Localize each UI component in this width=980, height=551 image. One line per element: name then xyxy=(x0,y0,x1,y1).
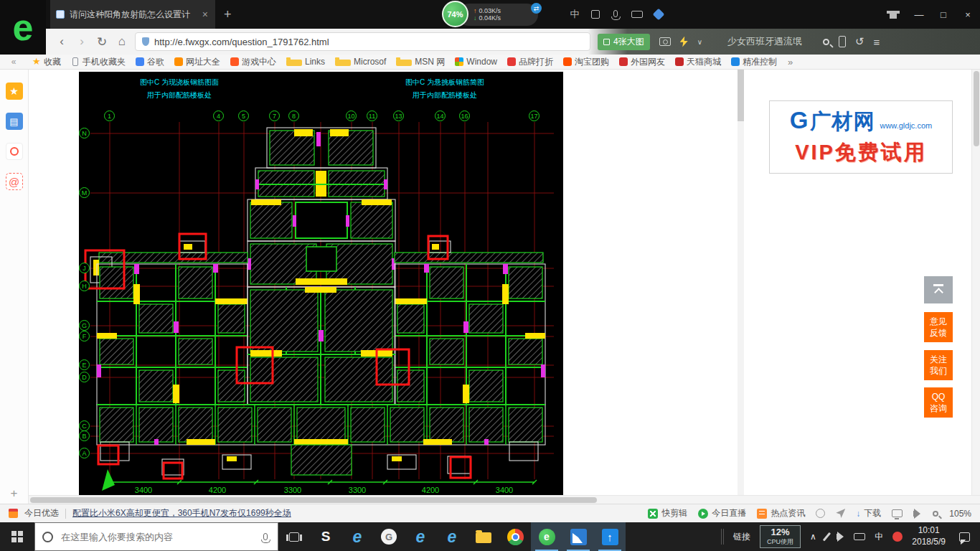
quick-clip-button[interactable]: 快剪辑 xyxy=(648,507,687,519)
cpu-usage-widget[interactable]: 12% CPU使用 xyxy=(760,525,801,547)
browser-tab[interactable]: 请问这种阳角放射筋怎么设置计 × xyxy=(50,0,215,29)
bookmark-item[interactable]: 收藏 xyxy=(27,55,66,69)
bookmark-item[interactable]: 谷歌 xyxy=(131,55,169,69)
mention-panel-icon[interactable]: @ xyxy=(6,173,23,190)
send-icon[interactable] xyxy=(836,509,845,518)
maximize-button[interactable]: □ xyxy=(931,0,956,29)
bookmark-item[interactable]: MSN 网 xyxy=(391,55,450,69)
taskbar-edge-icon[interactable]: e xyxy=(436,522,468,551)
back-button[interactable]: ‹ xyxy=(52,34,72,49)
theme-skin-icon[interactable] xyxy=(890,11,897,19)
apps-panel-icon[interactable]: ▤ xyxy=(6,113,23,130)
page-speaker-icon[interactable] xyxy=(913,511,916,517)
qq-consult-button[interactable]: QQ 咨询 xyxy=(924,387,953,418)
ime-language-indicator[interactable]: 中 xyxy=(875,531,883,543)
forward-button[interactable]: › xyxy=(72,34,92,49)
taskbar-chrome-icon[interactable] xyxy=(499,522,531,551)
bookmark-item[interactable]: 天猫商城 xyxy=(670,55,726,69)
cad-drawing[interactable]: 图中C 为现浇板钢筋图面 用于内部配筋楼板处 图中C 为悬挑板钢筋简图 用于内部… xyxy=(79,72,563,495)
headline-link[interactable]: 配置比小米6X高却更便宜，360手机N7发布仅1699秒全场 xyxy=(72,507,291,519)
hot-news-button[interactable]: 热点资讯 xyxy=(757,507,805,519)
close-button[interactable]: × xyxy=(956,0,980,29)
bookmark-item[interactable]: 游戏中心 xyxy=(225,55,281,69)
minimize-button[interactable]: — xyxy=(907,0,931,29)
bookmarks-overflow-icon[interactable]: » xyxy=(782,57,798,67)
taskbar-google-icon[interactable]: G xyxy=(373,522,405,551)
bookmark-item[interactable]: Window xyxy=(450,55,502,69)
big-images-badge[interactable]: 4张大图 xyxy=(598,34,650,50)
horizontal-scrollbar-thumb[interactable] xyxy=(30,497,597,503)
action-center-icon[interactable] xyxy=(959,532,970,542)
live-button[interactable]: 今日直播 xyxy=(698,507,746,519)
phone-sync-icon[interactable] xyxy=(839,36,846,47)
home-button[interactable]: ⌂ xyxy=(112,34,132,49)
taskbar-ie2-icon[interactable]: e xyxy=(405,522,436,551)
chevron-down-icon[interactable]: ∨ xyxy=(697,38,702,46)
download-button[interactable]: ↓下载 xyxy=(856,507,881,519)
add-panel-button[interactable]: + xyxy=(0,486,28,501)
keyboard-icon[interactable] xyxy=(631,11,643,18)
taskbar-mic-icon[interactable] xyxy=(263,533,268,540)
site-shield-icon[interactable] xyxy=(142,37,149,46)
refresh-button[interactable]: ↻ xyxy=(92,34,112,50)
taskbar-manager-icon[interactable]: ↑ xyxy=(594,522,626,551)
monitor-icon[interactable] xyxy=(892,509,903,517)
page-zoom-icon[interactable] xyxy=(933,511,938,517)
new-tab-button[interactable]: + xyxy=(215,7,240,22)
taskbar-photos-icon[interactable] xyxy=(562,522,594,551)
start-button[interactable] xyxy=(0,522,34,551)
bookmark-item[interactable]: 淘宝团购 xyxy=(558,55,614,69)
back-to-top-button[interactable] xyxy=(924,276,953,303)
browser-logo-icon[interactable]: e xyxy=(0,0,46,55)
taskbar-explorer-icon[interactable] xyxy=(468,522,499,551)
superscript-icon[interactable] xyxy=(591,10,600,19)
links-toolbar-label[interactable]: 链接 xyxy=(733,531,750,543)
inner-scrollbar[interactable] xyxy=(738,70,744,495)
toolbar-grip[interactable] xyxy=(721,529,724,545)
sidebar-collapse-icon[interactable]: « xyxy=(0,57,27,67)
history-undo-icon[interactable]: ↺ xyxy=(855,35,864,48)
taskbar-clock[interactable]: 10:01 2018/5/9 xyxy=(912,525,946,547)
microphone-icon[interactable] xyxy=(613,10,618,17)
inner-scrollbar-thumb[interactable] xyxy=(738,70,744,121)
favorites-panel-icon[interactable]: ★ xyxy=(6,83,23,100)
tray-expand-icon[interactable]: ∧ xyxy=(810,532,816,542)
lightning-icon[interactable] xyxy=(680,37,688,47)
translate-icon[interactable]: 中 xyxy=(570,8,580,21)
menu-icon[interactable]: ≡ xyxy=(874,36,880,48)
ad-banner[interactable]: G 广材网 www.gldjc.com VIP免费试用 xyxy=(769,100,953,174)
tab-close-icon[interactable]: × xyxy=(201,9,209,20)
bookmark-item[interactable]: Links xyxy=(281,55,330,69)
bookmark-item[interactable]: 手机收藏夹 xyxy=(66,55,131,69)
weibo-panel-icon[interactable] xyxy=(6,143,23,160)
feedback-button[interactable]: 意见 反馈 xyxy=(924,312,953,342)
taskbar-search-input[interactable] xyxy=(60,531,257,543)
horizontal-scrollbar[interactable] xyxy=(29,495,980,504)
bookmark-item[interactable]: 精准控制 xyxy=(726,55,782,69)
task-view-button[interactable] xyxy=(278,522,310,551)
bookmark-item[interactable]: 外国网友 xyxy=(614,55,670,69)
wrench-icon[interactable] xyxy=(652,9,664,21)
search-icon[interactable] xyxy=(823,39,829,45)
bookmark-item[interactable]: 品牌打折 xyxy=(502,55,558,69)
speed-widget[interactable]: ↑0.03K/s ↓0.04K/s 74% ⇄ xyxy=(442,1,468,27)
url-input[interactable]: http://e.fwxgx.com/question_1791762.html xyxy=(135,32,590,51)
volume-tray-icon[interactable] xyxy=(837,534,839,540)
taskbar-360browser-icon[interactable]: e xyxy=(531,522,562,551)
network-badge-icon[interactable]: ⇄ xyxy=(531,3,542,14)
sina-tray-icon[interactable] xyxy=(892,532,903,542)
taskbar-sogou-icon[interactable]: S xyxy=(310,522,341,551)
follow-us-button[interactable]: 关注 我们 xyxy=(924,350,953,380)
bookmark-item[interactable]: 网址大全 xyxy=(169,55,225,69)
taskbar-ie-icon[interactable]: e xyxy=(341,522,373,551)
daily-pick-label[interactable]: 今日优选 xyxy=(24,507,59,519)
taskbar-search[interactable] xyxy=(34,522,278,551)
vertical-scrollbar[interactable] xyxy=(971,70,980,495)
pen-tray-icon[interactable] xyxy=(823,532,831,541)
vertical-scrollbar-thumb[interactable] xyxy=(974,71,979,146)
zoom-level[interactable]: 105% xyxy=(949,509,971,519)
touch-keyboard-icon[interactable] xyxy=(854,533,865,540)
globe-icon[interactable] xyxy=(816,509,825,518)
bookmark-item[interactable]: Microsof xyxy=(330,55,391,69)
memory-ball[interactable]: 74% xyxy=(442,1,468,27)
